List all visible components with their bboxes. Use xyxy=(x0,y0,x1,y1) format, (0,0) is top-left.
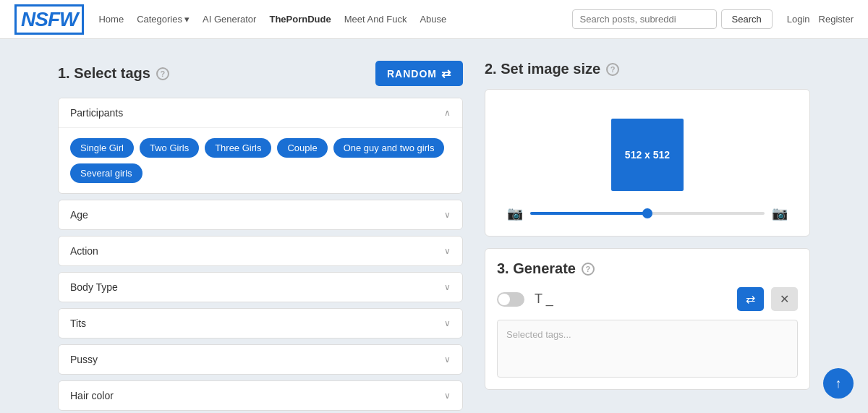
size-large-icon: 📷 xyxy=(772,205,788,221)
register-link[interactable]: Register xyxy=(819,14,854,25)
generate-section: 3. Generate ? T _ ⇄ ✕ Selected tags... xyxy=(485,248,810,390)
set-size-help-icon[interactable]: ? xyxy=(606,63,619,76)
tits-chevron-icon: ∨ xyxy=(444,318,451,328)
pill-couple[interactable]: Couple xyxy=(277,138,327,158)
generate-title: 3. Generate ? xyxy=(497,260,798,277)
generate-toggle[interactable] xyxy=(497,292,524,307)
pill-several-girls[interactable]: Several girls xyxy=(70,163,142,183)
pussy-header[interactable]: Pussy ∨ xyxy=(59,345,462,374)
hair-color-chevron-icon: ∨ xyxy=(444,391,451,401)
body-type-header[interactable]: Body Type ∨ xyxy=(59,273,462,302)
pill-three-girls[interactable]: Three Girls xyxy=(205,138,271,158)
hair-color-group: Hair color ∨ xyxy=(58,380,463,411)
participants-pills: Single Girl Two Girls Three Girls Couple… xyxy=(70,138,451,183)
search-button[interactable]: Search xyxy=(721,9,773,29)
nav-categories[interactable]: Categories ▾ xyxy=(137,14,190,25)
search-input[interactable] xyxy=(572,9,717,29)
action-chevron-icon: ∨ xyxy=(444,246,451,256)
size-slider-row: 📷 📷 xyxy=(500,205,795,221)
toggle-thumb xyxy=(498,294,510,305)
nav-links: Home Categories ▾ AI Generator ThePornDu… xyxy=(98,14,557,25)
participants-chevron-icon: ∧ xyxy=(444,108,451,118)
right-panel: 2. Set image size ? 512 x 512 📷 📷 3. G xyxy=(485,61,810,413)
hair-color-header[interactable]: Hair color ∨ xyxy=(59,381,462,410)
dropdown-arrow-icon: ▾ xyxy=(184,14,190,25)
body-type-chevron-icon: ∨ xyxy=(444,282,451,292)
generate-shuffle-icon: ⇄ xyxy=(746,293,755,305)
generate-help-icon[interactable]: ? xyxy=(582,263,595,276)
participants-group: Participants ∧ Single Girl Two Girls Thr… xyxy=(58,98,463,194)
main-content: 1. Select tags ? RANDOM ⇄ Participants ∧… xyxy=(0,39,868,413)
select-tags-title: 1. Select tags ? xyxy=(58,65,169,82)
image-preview: 512 x 512 xyxy=(500,104,795,205)
pill-one-guy-two-girls[interactable]: One guy and two girls xyxy=(333,138,445,158)
nav-home[interactable]: Home xyxy=(98,14,124,25)
shuffle-icon: ⇄ xyxy=(441,67,451,80)
tits-group: Tits ∨ xyxy=(58,308,463,339)
size-box: 512 x 512 xyxy=(611,119,684,191)
participants-header[interactable]: Participants ∧ xyxy=(59,98,462,128)
body-type-group: Body Type ∨ xyxy=(58,272,463,302)
participants-body: Single Girl Two Girls Three Girls Couple… xyxy=(59,128,462,193)
pill-two-girls[interactable]: Two Girls xyxy=(140,138,199,158)
tits-header[interactable]: Tits ∨ xyxy=(59,309,462,338)
search-area: Search xyxy=(572,9,773,29)
scroll-to-top-button[interactable]: ↑ xyxy=(823,368,854,399)
age-header[interactable]: Age ∨ xyxy=(59,200,462,229)
size-slider[interactable] xyxy=(530,212,765,215)
up-arrow-icon: ↑ xyxy=(835,376,842,391)
action-group: Action ∨ xyxy=(58,236,463,266)
select-tags-header: 1. Select tags ? RANDOM ⇄ xyxy=(58,61,463,86)
pussy-group: Pussy ∨ xyxy=(58,344,463,375)
navbar: NSFW Home Categories ▾ AI Generator TheP… xyxy=(0,0,868,39)
brand-logo[interactable]: NSFW xyxy=(14,4,84,35)
nav-meet-and-fuck[interactable]: Meet And Fuck xyxy=(344,14,407,25)
age-chevron-icon: ∨ xyxy=(444,210,451,220)
login-link[interactable]: Login xyxy=(787,14,810,25)
select-tags-help-icon[interactable]: ? xyxy=(156,67,169,80)
selected-tags-box: Selected tags... xyxy=(497,320,798,378)
age-group: Age ∨ xyxy=(58,200,463,230)
generate-controls: T _ ⇄ ✕ xyxy=(497,287,798,311)
slider-fill xyxy=(530,212,647,215)
generate-clear-icon: ✕ xyxy=(780,293,789,305)
text-cursor-label: T _ xyxy=(535,291,553,307)
action-header[interactable]: Action ∨ xyxy=(59,237,462,265)
pussy-chevron-icon: ∨ xyxy=(444,354,451,365)
image-size-container: 512 x 512 📷 📷 xyxy=(485,89,810,237)
nav-ai-generator[interactable]: AI Generator xyxy=(203,14,256,25)
generate-shuffle-button[interactable]: ⇄ xyxy=(737,287,764,311)
random-button[interactable]: RANDOM ⇄ xyxy=(375,61,463,86)
nav-theporndude[interactable]: ThePornDude xyxy=(269,14,331,25)
slider-thumb[interactable] xyxy=(642,208,652,218)
auth-links: Login Register xyxy=(787,14,854,25)
generate-clear-button[interactable]: ✕ xyxy=(771,287,798,311)
size-small-icon: 📷 xyxy=(507,205,523,221)
set-image-size-title: 2. Set image size ? xyxy=(485,61,810,77)
nav-abuse[interactable]: Abuse xyxy=(420,14,446,25)
left-panel: 1. Select tags ? RANDOM ⇄ Participants ∧… xyxy=(58,61,485,413)
pill-single-girl[interactable]: Single Girl xyxy=(70,138,134,158)
